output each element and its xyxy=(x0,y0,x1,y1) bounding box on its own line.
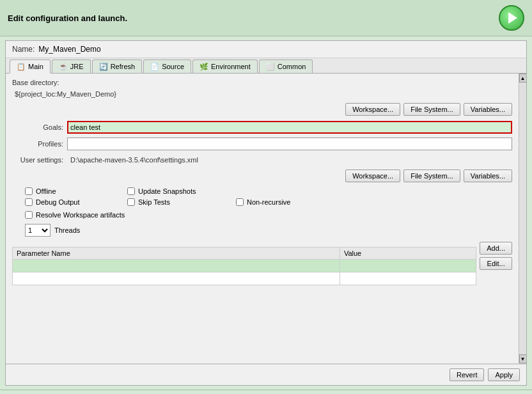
main-icon: 📋 xyxy=(17,62,26,71)
base-dir-buttons: Workspace... File System... Variables... xyxy=(12,103,512,116)
debug-output-label: Debug Output xyxy=(36,198,80,206)
update-snapshots-label: Update Snapshots xyxy=(138,187,196,195)
update-snapshots-checkbox[interactable] xyxy=(127,187,135,195)
apply-button[interactable]: Apply xyxy=(488,368,520,381)
env-icon: 🌿 xyxy=(199,62,208,71)
goals-input[interactable] xyxy=(67,121,512,134)
jre-icon: ☕ xyxy=(59,62,68,71)
debug-output-checkbox[interactable] xyxy=(25,198,33,206)
threads-row: 1 2 4 Threads xyxy=(25,224,512,237)
tabs-bar: 📋 Main ☕ JRE 🔄 Refresh 📄 Source 🌿 Enviro… xyxy=(6,58,526,74)
param-value-cell xyxy=(340,272,476,285)
run-icon-top[interactable] xyxy=(499,5,524,31)
variables-button-1[interactable]: Variables... xyxy=(464,103,512,116)
revert-button[interactable]: Revert xyxy=(450,368,484,381)
edit-button[interactable]: Edit... xyxy=(480,257,512,270)
name-row: Name: My_Maven_Demo xyxy=(6,41,526,58)
offline-checkbox-item[interactable]: Offline xyxy=(25,187,121,195)
offline-label: Offline xyxy=(36,187,56,195)
table-row[interactable] xyxy=(13,260,476,272)
scroll-up-arrow[interactable]: ▲ xyxy=(519,74,527,83)
checkboxes-section: Offline Update Snapshots Debug Output Sk… xyxy=(25,187,512,237)
user-settings-row: User settings: D:\apache-maven-3.5.4\con… xyxy=(12,154,512,166)
tab-refresh[interactable]: 🔄 Refresh xyxy=(92,59,143,73)
non-recursive-label: Non-recursive xyxy=(247,198,290,206)
skip-tests-checkbox[interactable] xyxy=(127,198,135,206)
table-row[interactable] xyxy=(13,272,476,285)
profiles-input[interactable] xyxy=(67,138,512,150)
resolve-workspace-checkbox-item[interactable]: Resolve Workspace artifacts xyxy=(25,211,512,219)
dialog-title: Edit configuration and launch. xyxy=(8,13,127,23)
workspace-button-2[interactable]: Workspace... xyxy=(345,169,400,182)
col-value: Value xyxy=(340,248,476,260)
param-value-cell xyxy=(340,260,476,272)
table-buttons: Add... Edit... xyxy=(480,242,512,270)
skip-tests-checkbox-item[interactable]: Skip Tests xyxy=(127,198,230,206)
parameter-section: Parameter Name Value xyxy=(12,242,512,285)
resolve-workspace-label: Resolve Workspace artifacts xyxy=(36,211,125,219)
tab-jre[interactable]: ☕ JRE xyxy=(52,59,91,73)
resolve-workspace-checkbox[interactable] xyxy=(25,211,33,219)
param-name-cell xyxy=(13,272,340,285)
profiles-row: Profiles: xyxy=(12,138,512,150)
source-icon: 📄 xyxy=(150,62,159,71)
user-settings-value: D:\apache-maven-3.5.4\conf\settings.xml xyxy=(67,154,512,166)
refresh-icon: 🔄 xyxy=(99,62,108,71)
base-dir-label: Base directory: xyxy=(12,79,512,86)
dialog: Name: My_Maven_Demo 📋 Main ☕ JRE 🔄 Refre… xyxy=(5,40,527,386)
skip-tests-label: Skip Tests xyxy=(138,198,170,206)
non-recursive-checkbox[interactable] xyxy=(236,198,244,206)
name-label: Name: xyxy=(12,45,35,54)
threads-select[interactable]: 1 2 4 xyxy=(25,224,51,237)
goals-label: Goals: xyxy=(12,123,63,131)
tab-environment[interactable]: 🌿 Environment xyxy=(192,59,258,73)
add-button[interactable]: Add... xyxy=(480,242,512,255)
param-table-container: Parameter Name Value xyxy=(12,242,476,285)
col-param-name: Parameter Name xyxy=(13,248,340,260)
tab-common[interactable]: ⬜ Common xyxy=(259,59,313,73)
common-icon: ⬜ xyxy=(266,62,275,71)
workspace-button-1[interactable]: Workspace... xyxy=(345,103,400,116)
name-value: My_Maven_Demo xyxy=(38,45,100,54)
update-snapshots-checkbox-item[interactable]: Update Snapshots xyxy=(127,187,230,195)
goals-row: Goals: xyxy=(12,121,512,134)
tab-main[interactable]: 📋 Main xyxy=(10,59,51,74)
offline-checkbox[interactable] xyxy=(25,187,33,195)
threads-label: Threads xyxy=(54,226,80,234)
param-table: Parameter Name Value xyxy=(12,247,476,285)
param-name-cell xyxy=(13,260,340,272)
base-dir-value: ${project_loc:My_Maven_Demo} xyxy=(12,89,512,99)
bottom-actions: ? Alltests Run Close xyxy=(0,390,532,394)
main-content: Base directory: ${project_loc:My_Maven_D… xyxy=(6,74,526,363)
checkbox-grid: Offline Update Snapshots Debug Output Sk… xyxy=(25,187,512,206)
content-area: Base directory: ${project_loc:My_Maven_D… xyxy=(6,74,519,363)
bottom-bar: Revert Apply xyxy=(6,364,526,385)
non-recursive-checkbox-item[interactable]: Non-recursive xyxy=(236,198,319,206)
user-settings-buttons: Workspace... File System... Variables... xyxy=(12,169,512,182)
filesystem-button-2[interactable]: File System... xyxy=(403,169,460,182)
user-settings-label: User settings: xyxy=(12,156,63,164)
scroll-down-arrow[interactable]: ▼ xyxy=(519,354,527,363)
profiles-label: Profiles: xyxy=(12,140,63,148)
top-bar: Edit configuration and launch. xyxy=(0,0,532,36)
variables-button-2[interactable]: Variables... xyxy=(464,169,512,182)
tab-source[interactable]: 📄 Source xyxy=(143,59,191,73)
scrollbar[interactable]: ▲ ▼ xyxy=(519,74,526,363)
debug-output-checkbox-item[interactable]: Debug Output xyxy=(25,198,121,206)
filesystem-button-1[interactable]: File System... xyxy=(403,103,460,116)
